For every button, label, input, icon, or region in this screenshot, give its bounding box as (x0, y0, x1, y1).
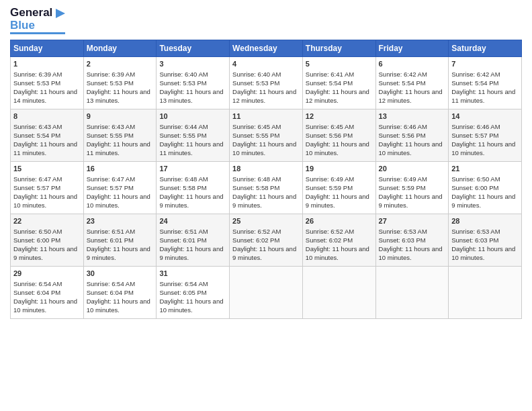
sunset-text: Sunset: 6:01 PM (87, 236, 134, 244)
header: General Blue (10, 7, 522, 34)
sunset-text: Sunset: 5:55 PM (232, 132, 279, 139)
sunrise-text: Sunrise: 6:54 AM (159, 280, 208, 287)
sunrise-text: Sunrise: 6:52 AM (306, 228, 354, 235)
daylight-label: Daylight: 11 hours and 9 minutes. (13, 245, 77, 261)
day-number: 6 (379, 59, 446, 69)
sunrise-text: Sunrise: 6:54 AM (13, 280, 62, 287)
svg-marker-0 (56, 9, 65, 18)
calendar-week-row: 15Sunrise: 6:47 AMSunset: 5:57 PMDayligh… (11, 162, 522, 214)
day-number: 3 (159, 59, 226, 69)
sunset-text: Sunset: 6:03 PM (379, 236, 426, 244)
daylight-label: Daylight: 11 hours and 9 minutes. (451, 193, 515, 209)
day-number: 20 (379, 164, 446, 174)
daylight-label: Daylight: 11 hours and 9 minutes. (379, 193, 443, 209)
page: General Blue SundayMondayTuesdayWednesda… (0, 0, 532, 411)
weekday-header-cell: Sunday (11, 40, 84, 57)
calendar-day-cell: 27Sunrise: 6:53 AMSunset: 6:03 PMDayligh… (375, 214, 449, 267)
sunset-text: Sunset: 5:53 PM (159, 79, 206, 87)
calendar-day-cell: 7Sunrise: 6:42 AMSunset: 5:54 PMDaylight… (449, 57, 522, 109)
daylight-label: Daylight: 11 hours and 10 minutes. (232, 140, 296, 156)
sunset-text: Sunset: 5:53 PM (13, 79, 60, 87)
sunset-text: Sunset: 5:54 PM (451, 79, 498, 87)
calendar-day-cell: 6Sunrise: 6:42 AMSunset: 5:54 PMDaylight… (375, 57, 449, 109)
sunset-text: Sunset: 5:58 PM (159, 184, 206, 191)
sunset-text: Sunset: 6:04 PM (13, 289, 60, 296)
calendar-day-cell: 20Sunrise: 6:49 AMSunset: 5:59 PMDayligh… (375, 162, 449, 214)
calendar-day-cell: 18Sunrise: 6:48 AMSunset: 5:58 PMDayligh… (230, 162, 303, 214)
weekday-header-row: SundayMondayTuesdayWednesdayThursdayFrid… (11, 40, 522, 57)
calendar-day-cell: 4Sunrise: 6:40 AMSunset: 5:53 PMDaylight… (230, 57, 303, 109)
day-number: 4 (232, 59, 300, 69)
day-number: 24 (159, 216, 226, 226)
sunset-text: Sunset: 6:01 PM (159, 236, 206, 244)
sunrise-text: Sunrise: 6:49 AM (379, 175, 427, 183)
calendar-day-cell: 3Sunrise: 6:40 AMSunset: 5:53 PMDaylight… (157, 57, 230, 109)
sunset-text: Sunset: 6:03 PM (451, 236, 498, 244)
weekday-header-cell: Friday (375, 40, 449, 57)
weekday-header-cell: Monday (83, 40, 157, 57)
sunset-text: Sunset: 6:04 PM (87, 289, 134, 296)
day-number: 2 (87, 59, 154, 69)
daylight-label: Daylight: 11 hours and 10 minutes. (87, 193, 150, 209)
logo-graphic: General Blue (10, 7, 65, 34)
daylight-label: Daylight: 11 hours and 11 minutes. (13, 140, 77, 156)
calendar-day-cell (302, 267, 375, 319)
daylight-label: Daylight: 11 hours and 9 minutes. (87, 245, 150, 261)
day-number: 10 (159, 111, 226, 122)
calendar-day-cell (375, 267, 449, 319)
day-number: 21 (451, 164, 519, 174)
calendar-day-cell (449, 267, 522, 319)
sunrise-text: Sunrise: 6:51 AM (87, 228, 135, 235)
sunrise-text: Sunrise: 6:43 AM (87, 123, 135, 130)
daylight-label: Daylight: 11 hours and 10 minutes. (159, 298, 223, 314)
sunrise-text: Sunrise: 6:42 AM (379, 71, 427, 78)
logo-arrow-icon (56, 9, 65, 18)
sunrise-text: Sunrise: 6:39 AM (87, 71, 135, 78)
daylight-label: Daylight: 11 hours and 10 minutes. (451, 140, 515, 156)
day-number: 31 (159, 269, 226, 279)
daylight-label: Daylight: 11 hours and 10 minutes. (13, 193, 77, 209)
day-number: 16 (87, 164, 154, 174)
weekday-header-cell: Saturday (449, 40, 522, 57)
sunrise-text: Sunrise: 6:45 AM (232, 123, 281, 130)
day-number: 25 (232, 216, 300, 226)
sunset-text: Sunset: 5:58 PM (232, 184, 279, 191)
sunrise-text: Sunrise: 6:40 AM (159, 71, 208, 78)
sunset-text: Sunset: 5:55 PM (87, 132, 134, 139)
calendar-day-cell: 23Sunrise: 6:51 AMSunset: 6:01 PMDayligh… (83, 214, 157, 267)
sunrise-text: Sunrise: 6:40 AM (232, 71, 281, 78)
day-number: 14 (451, 111, 519, 122)
calendar-week-row: 1Sunrise: 6:39 AMSunset: 5:53 PMDaylight… (11, 57, 522, 109)
sunrise-text: Sunrise: 6:46 AM (379, 123, 427, 130)
calendar-day-cell: 17Sunrise: 6:48 AMSunset: 5:58 PMDayligh… (157, 162, 230, 214)
sunset-text: Sunset: 5:57 PM (87, 184, 134, 191)
daylight-label: Daylight: 11 hours and 12 minutes. (379, 88, 443, 104)
day-number: 15 (13, 164, 81, 174)
sunset-text: Sunset: 5:54 PM (379, 79, 426, 87)
calendar-day-cell: 16Sunrise: 6:47 AMSunset: 5:57 PMDayligh… (83, 162, 157, 214)
sunrise-text: Sunrise: 6:44 AM (159, 123, 208, 130)
sunrise-text: Sunrise: 6:43 AM (13, 123, 62, 130)
day-number: 17 (159, 164, 226, 174)
sunset-text: Sunset: 5:53 PM (232, 79, 279, 87)
day-number: 13 (379, 111, 446, 122)
calendar-day-cell: 28Sunrise: 6:53 AMSunset: 6:03 PMDayligh… (449, 214, 522, 267)
calendar-day-cell: 31Sunrise: 6:54 AMSunset: 6:05 PMDayligh… (157, 267, 230, 319)
day-number: 26 (306, 216, 373, 226)
calendar-day-cell: 8Sunrise: 6:43 AMSunset: 5:54 PMDaylight… (11, 109, 84, 162)
day-number: 19 (306, 164, 373, 174)
logo: General Blue (10, 7, 65, 34)
daylight-label: Daylight: 11 hours and 10 minutes. (87, 298, 150, 314)
sunrise-text: Sunrise: 6:48 AM (232, 175, 281, 183)
daylight-label: Daylight: 11 hours and 9 minutes. (159, 193, 223, 209)
daylight-label: Daylight: 11 hours and 10 minutes. (306, 245, 369, 261)
sunrise-text: Sunrise: 6:49 AM (306, 175, 354, 183)
daylight-label: Daylight: 11 hours and 11 minutes. (159, 140, 223, 156)
weekday-header-cell: Thursday (302, 40, 375, 57)
weekday-header-cell: Tuesday (157, 40, 230, 57)
sunrise-text: Sunrise: 6:51 AM (159, 228, 208, 235)
calendar-day-cell: 9Sunrise: 6:43 AMSunset: 5:55 PMDaylight… (83, 109, 157, 162)
day-number: 7 (451, 59, 519, 69)
sunrise-text: Sunrise: 6:45 AM (306, 123, 354, 130)
calendar-day-cell: 19Sunrise: 6:49 AMSunset: 5:59 PMDayligh… (302, 162, 375, 214)
